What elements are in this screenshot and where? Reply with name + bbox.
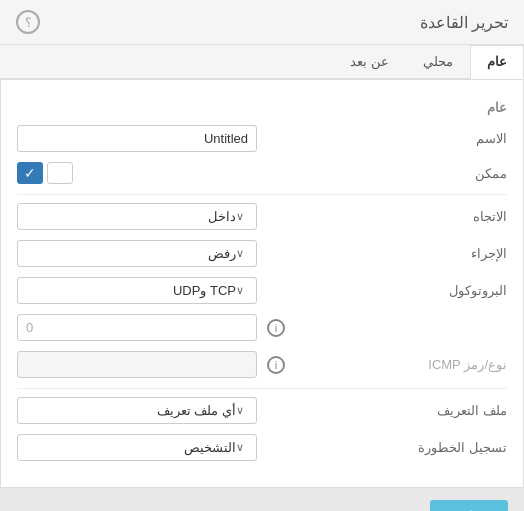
logging-value: التشخيص — [26, 440, 236, 455]
enabled-label: ممكن — [417, 166, 507, 181]
action-row: الإجراء ∨ رفض — [17, 240, 507, 267]
logging-arrow-icon: ∨ — [236, 441, 244, 454]
profile-row: ملف التعريف ∨ أي ملف تعريف — [17, 397, 507, 424]
section-title: عام — [17, 96, 507, 125]
port-row: i — [17, 314, 507, 341]
port-input[interactable] — [17, 314, 257, 341]
logging-row: تسجيل الخطورة ∨ التشخيص — [17, 434, 507, 461]
approve-button[interactable]: موافق — [430, 500, 508, 511]
content-area: عام الاسم ممكن ✓ الاتجاه — [0, 79, 524, 488]
protocol-arrow-icon: ∨ — [236, 284, 244, 297]
profile-label: ملف التعريف — [417, 403, 507, 418]
icmp-info-icon[interactable]: i — [267, 356, 285, 374]
direction-value: داخل — [26, 209, 236, 224]
logging-select[interactable]: ∨ التشخيص — [17, 434, 257, 461]
name-label: الاسم — [417, 131, 507, 146]
separator-2 — [17, 388, 507, 389]
help-icon[interactable]: ؟ — [16, 10, 40, 34]
protocol-label: البروتوكول — [417, 283, 507, 298]
action-arrow-icon: ∨ — [236, 247, 244, 260]
action-select[interactable]: ∨ رفض — [17, 240, 257, 267]
header-bar: تحرير القاعدة ؟ — [0, 0, 524, 45]
checkbox-empty[interactable] — [47, 162, 73, 184]
page-container: تحرير القاعدة ؟ عام محلي عن بعد عام الاس… — [0, 0, 524, 511]
icmp-row: نوع/رمز ICMP i — [17, 351, 507, 378]
protocol-value: TCP وUDP — [26, 283, 236, 298]
enabled-field: ✓ — [17, 162, 417, 184]
separator-1 — [17, 194, 507, 195]
direction-field: ∨ داخل — [17, 203, 417, 230]
protocol-select[interactable]: ∨ TCP وUDP — [17, 277, 257, 304]
tab-local[interactable]: محلي — [406, 45, 470, 78]
direction-label: الاتجاه — [417, 209, 507, 224]
checkmark-icon: ✓ — [24, 166, 36, 180]
logging-field: ∨ التشخيص — [17, 434, 417, 461]
action-value: رفض — [26, 246, 236, 261]
profile-value: أي ملف تعريف — [26, 403, 236, 418]
icmp-label: نوع/رمز ICMP — [417, 357, 507, 372]
profile-select[interactable]: ∨ أي ملف تعريف — [17, 397, 257, 424]
enabled-checkbox[interactable]: ✓ — [17, 162, 43, 184]
icmp-field: i — [17, 351, 417, 378]
direction-row: الاتجاه ∨ داخل — [17, 203, 507, 230]
action-field: ∨ رفض — [17, 240, 417, 267]
profile-field: ∨ أي ملف تعريف — [17, 397, 417, 424]
footer-area: موافق — [0, 488, 524, 511]
checkbox-container: ✓ — [17, 162, 73, 184]
tab-remote[interactable]: عن بعد — [333, 45, 406, 78]
name-field — [17, 125, 417, 152]
logging-label: تسجيل الخطورة — [417, 440, 507, 455]
icmp-input[interactable] — [17, 351, 257, 378]
tabs-bar: عام محلي عن بعد — [0, 45, 524, 79]
direction-arrow-icon: ∨ — [236, 210, 244, 223]
name-row: الاسم — [17, 125, 507, 152]
name-input[interactable] — [17, 125, 257, 152]
page-title: تحرير القاعدة — [420, 13, 508, 32]
direction-select[interactable]: ∨ داخل — [17, 203, 257, 230]
protocol-row: البروتوكول ∨ TCP وUDP — [17, 277, 507, 304]
action-label: الإجراء — [417, 246, 507, 261]
port-field: i — [17, 314, 417, 341]
port-info-icon[interactable]: i — [267, 319, 285, 337]
tab-general[interactable]: عام — [470, 45, 524, 79]
protocol-field: ∨ TCP وUDP — [17, 277, 417, 304]
profile-arrow-icon: ∨ — [236, 404, 244, 417]
enabled-row: ممكن ✓ — [17, 162, 507, 184]
